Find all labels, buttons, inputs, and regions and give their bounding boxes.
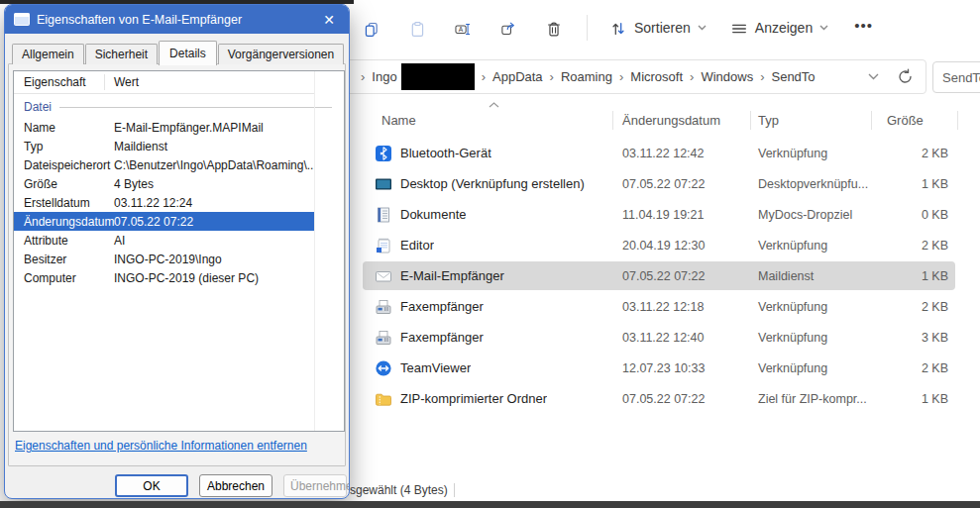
property-row[interactable]: Dateispeicherort C:\Benutzer\Ingo\AppDat… [14, 155, 315, 174]
property-label: Dateispeicherort [14, 158, 105, 172]
file-row[interactable]: ZIP-komprimierter Ordner 07.05.22 07:22 … [357, 383, 980, 414]
toolbar-divider [587, 15, 588, 41]
view-label: Anzeigen [755, 20, 813, 36]
file-name: ZIP-komprimierter Ordner [400, 391, 547, 406]
copy-button[interactable] [349, 13, 394, 43]
property-label: Name [14, 121, 105, 135]
property-group: Datei [14, 96, 344, 118]
breadcrumb-item: › Ingo [354, 63, 475, 90]
property-label: Größe [14, 177, 105, 191]
file-date: 03.11.22 12:40 [622, 331, 758, 345]
property-row[interactable]: Besitzer INGO-PC-2019\Ingo [14, 250, 315, 268]
property-row[interactable]: Name E-Mail-Empfänger.MAPIMail [14, 118, 315, 137]
sort-ascending-indicator [489, 102, 499, 108]
copy-icon [363, 19, 381, 37]
refresh-icon[interactable] [897, 68, 914, 85]
file-type: Verknüpfung [758, 300, 875, 314]
delete-button[interactable] [531, 13, 577, 43]
bottom-window-edge [0, 501, 980, 508]
dialog-title: Eigenschaften von E-Mail-Empfänger [30, 13, 309, 27]
property-label: Änderungsdatum [14, 215, 105, 229]
file-row[interactable]: Editor 20.04.19 12:30 Verknüpfung 2 KB [357, 230, 980, 260]
column-header-size[interactable]: Größe [875, 113, 952, 128]
file-name: Editor [400, 238, 434, 253]
file-name: Bluetooth-Gerät [400, 146, 491, 160]
desktop-icon [375, 175, 392, 193]
property-value: AI [105, 234, 315, 248]
details-list: Eigenschaft Wert Datei Name E-Mail-Empfä… [13, 70, 345, 432]
share-button[interactable] [486, 13, 531, 43]
svg-text:A: A [459, 26, 464, 33]
property-row[interactable]: Erstelldatum 03.11.22 12:24 [14, 193, 315, 212]
breadcrumb-item: › Microsoft [612, 69, 683, 84]
file-row[interactable]: E-Mail-Empfänger 07.05.22 07:22 Maildien… [357, 260, 980, 291]
file-row[interactable]: Dokumente 11.04.19 19:21 MyDocs-Dropziel… [357, 199, 980, 230]
remove-properties-link[interactable]: Eigenschaften und persönliche Informatio… [15, 439, 307, 453]
file-list: Bluetooth-Gerät 03.11.22 12:42 Verknüpfu… [357, 138, 980, 414]
property-row[interactable]: Änderungsdatum 07.05.22 07:22 [14, 212, 315, 231]
paste-button[interactable] [394, 13, 440, 43]
file-date: 03.11.22 12:42 [622, 147, 758, 160]
file-name: E-Mail-Empfänger [400, 268, 504, 283]
property-row[interactable]: Attribute AI [14, 231, 315, 250]
search-input[interactable] [932, 61, 980, 93]
delete-icon [545, 19, 563, 37]
breadcrumb-item: › AppData [475, 69, 543, 84]
header-divider [957, 111, 958, 130]
screen: A Sortieren Anzeigen ••• [0, 0, 980, 508]
apply-button[interactable]: Übernehmen [283, 474, 347, 497]
cancel-button[interactable]: Abbrechen [199, 474, 272, 497]
rename-button[interactable]: A [440, 13, 486, 43]
file-size: 1 KB [875, 177, 952, 191]
view-button[interactable]: Anzeigen [718, 13, 840, 43]
mail-icon [375, 267, 392, 285]
ok-button[interactable]: OK [115, 474, 188, 497]
file-name: Faxempfänger [400, 299, 484, 314]
status-divider [454, 483, 455, 497]
property-group-label: Datei [14, 100, 52, 114]
file-row[interactable]: Desktop (Verknüpfung erstellen) 07.05.22… [357, 168, 980, 199]
tab[interactable]: Allgemein [12, 44, 84, 64]
property-row[interactable]: Computer INGO-PC-2019 (dieser PC) [14, 268, 315, 287]
file-date: 11.04.19 19:21 [622, 208, 758, 222]
sort-icon [609, 19, 627, 37]
property-group-rule [59, 107, 332, 108]
file-name: Desktop (Verknüpfung erstellen) [400, 176, 585, 191]
file-type: Verknüpfung [758, 239, 875, 253]
header-divider [750, 111, 751, 130]
file-type: Verknüpfung [758, 331, 875, 345]
more-button[interactable]: ••• [840, 17, 887, 40]
file-row[interactable]: Bluetooth-Gerät 03.11.22 12:42 Verknüpfu… [357, 138, 980, 168]
breadcrumb-item: › SendTo [753, 69, 815, 84]
column-header-date[interactable]: Änderungsdatum [622, 113, 758, 128]
tab[interactable]: Details [159, 41, 217, 65]
details-list-header: Eigenschaft Wert [14, 71, 315, 94]
tab[interactable]: Sicherheit [85, 44, 158, 64]
file-size: 2 KB [875, 361, 952, 375]
column-header-type[interactable]: Typ [758, 113, 875, 128]
header-divider [871, 111, 872, 130]
file-size: 0 KB [875, 208, 952, 222]
sort-button[interactable]: Sortieren [598, 13, 718, 43]
file-date: 07.05.22 07:22 [622, 392, 758, 406]
file-row[interactable]: Faxempfänger 03.11.22 12:40 Verknüpfung … [357, 322, 980, 353]
property-row[interactable]: Typ Maildienst [14, 137, 315, 155]
chevron-down-icon [698, 25, 707, 31]
file-row[interactable]: TeamViewer 12.07.23 10:33 Verknüpfung 2 … [357, 353, 980, 383]
list-header: Name Änderungsdatum Typ Größe [357, 107, 980, 133]
dialog-titlebar: Eigenschaften von E-Mail-Empfänger ✕ [5, 5, 349, 34]
file-type: Desktopverknüpfu... [758, 177, 875, 191]
tab[interactable]: Vorgängerversionen [218, 44, 344, 64]
file-row[interactable]: Faxempfänger 03.11.22 12:18 Verknüpfung … [357, 291, 980, 322]
address-dropdown-icon[interactable] [868, 73, 879, 80]
chevron-down-icon [819, 25, 828, 31]
close-icon[interactable]: ✕ [309, 5, 349, 34]
fax-icon [375, 298, 392, 316]
file-date: 03.11.22 12:18 [622, 300, 758, 314]
property-label: Typ [14, 140, 105, 153]
property-label: Erstelldatum [14, 196, 105, 210]
breadcrumb-item: › Roaming [543, 69, 612, 84]
column-header-name[interactable]: Name [381, 113, 622, 128]
property-row[interactable]: Größe 4 Bytes [14, 174, 315, 193]
breadcrumb-chevron-icon: › [354, 69, 372, 84]
